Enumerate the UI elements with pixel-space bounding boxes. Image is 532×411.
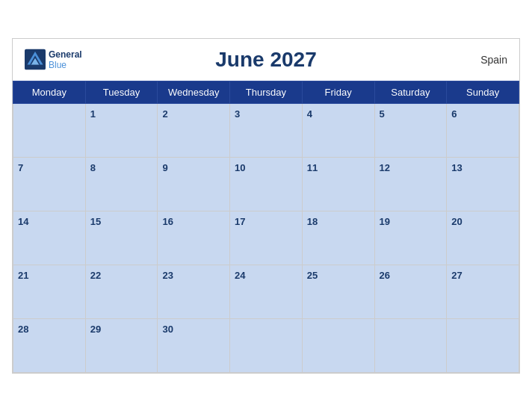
date-number: 13	[451, 162, 462, 173]
calendar-day-cell: 13	[447, 157, 519, 211]
calendar-day-cell: 15	[85, 211, 158, 265]
calendar-day-cell: 25	[302, 265, 374, 318]
calendar-header: GeneralBlue June 2027 Spain	[13, 39, 519, 81]
calendar-day-cell: 28	[13, 318, 86, 372]
calendar-day-cell: 5	[374, 103, 447, 157]
calendar-day-cell: 26	[374, 265, 447, 318]
date-number: 3	[235, 108, 240, 120]
calendar-day-cell: 9	[158, 157, 230, 211]
date-number: 22	[90, 270, 101, 281]
calendar-day-cell: 29	[85, 318, 158, 372]
calendar-table: Monday Tuesday Wednesday Thursday Friday…	[13, 81, 519, 373]
weekday-wednesday: Wednesday	[158, 81, 230, 103]
date-number: 30	[162, 324, 173, 335]
weekday-friday: Friday	[302, 81, 374, 103]
date-number: 14	[18, 216, 28, 227]
weekday-monday: Monday	[13, 81, 86, 103]
calendar-day-cell: 2	[158, 103, 230, 157]
date-number: 17	[235, 216, 245, 227]
date-number: 16	[162, 216, 173, 227]
calendar-day-cell: 4	[302, 103, 374, 157]
calendar-day-cell: 11	[302, 157, 374, 211]
calendar-week-row-4: 21222324252627	[13, 265, 519, 318]
calendar-day-cell: 12	[374, 157, 447, 211]
date-number: 27	[451, 270, 462, 281]
calendar-day-cell	[447, 318, 519, 372]
calendar-day-cell: 20	[447, 211, 519, 265]
date-number: 19	[380, 216, 390, 227]
date-number: 21	[18, 270, 28, 281]
calendar-day-cell	[302, 318, 374, 372]
calendar-week-row-2: 78910111213	[13, 157, 519, 211]
calendar-day-cell: 17	[230, 211, 303, 265]
calendar-title: June 2027	[215, 48, 316, 72]
logo-area: GeneralBlue	[25, 49, 82, 70]
calendar-day-cell: 16	[158, 211, 230, 265]
general-blue-logo-icon	[25, 49, 46, 70]
calendar-day-cell: 30	[158, 318, 230, 372]
calendar-day-cell	[13, 103, 86, 157]
date-number: 10	[235, 162, 245, 173]
calendar-day-cell: 7	[13, 157, 86, 211]
calendar-day-cell: 21	[13, 265, 86, 318]
calendar-week-row-3: 14151617181920	[13, 211, 519, 265]
country-label: Spain	[480, 54, 507, 66]
date-number: 26	[380, 270, 390, 281]
weekday-thursday: Thursday	[230, 81, 303, 103]
calendar-day-cell: 24	[230, 265, 303, 318]
weekday-saturday: Saturday	[374, 81, 447, 103]
calendar-day-cell: 27	[447, 265, 519, 318]
calendar-week-row-5: 282930	[13, 318, 519, 372]
calendar-day-cell: 6	[447, 103, 519, 157]
weekday-header-row: Monday Tuesday Wednesday Thursday Friday…	[13, 81, 519, 103]
date-number: 23	[162, 270, 173, 281]
date-number: 6	[451, 108, 457, 120]
date-number: 4	[307, 108, 312, 120]
date-number: 12	[380, 162, 390, 173]
date-number: 28	[18, 324, 28, 335]
date-number: 9	[162, 162, 167, 173]
date-number: 24	[235, 270, 245, 281]
calendar-day-cell: 19	[374, 211, 447, 265]
date-number: 11	[307, 162, 318, 173]
calendar-day-cell: 3	[230, 103, 303, 157]
date-number: 1	[90, 108, 96, 120]
date-number: 25	[307, 270, 318, 281]
date-number: 20	[451, 216, 462, 227]
date-number: 7	[18, 162, 23, 173]
calendar-day-cell: 18	[302, 211, 374, 265]
calendar-day-cell: 1	[85, 103, 158, 157]
logo-text: GeneralBlue	[49, 49, 82, 70]
calendar-container: GeneralBlue June 2027 Spain Monday Tuesd…	[12, 38, 520, 374]
calendar-day-cell	[374, 318, 447, 372]
calendar-body: 1234567891011121314151617181920212223242…	[13, 103, 519, 372]
calendar-day-cell: 22	[85, 265, 158, 318]
date-number: 8	[90, 162, 96, 173]
weekday-sunday: Sunday	[447, 81, 519, 103]
weekday-tuesday: Tuesday	[85, 81, 158, 103]
date-number: 15	[90, 216, 101, 227]
date-number: 18	[307, 216, 318, 227]
calendar-day-cell: 14	[13, 211, 86, 265]
calendar-day-cell: 23	[158, 265, 230, 318]
date-number: 29	[90, 324, 101, 335]
date-number: 5	[380, 108, 385, 120]
date-number: 2	[162, 108, 167, 120]
calendar-week-row-1: 123456	[13, 103, 519, 157]
calendar-day-cell	[230, 318, 303, 372]
calendar-day-cell: 10	[230, 157, 303, 211]
calendar-day-cell: 8	[85, 157, 158, 211]
